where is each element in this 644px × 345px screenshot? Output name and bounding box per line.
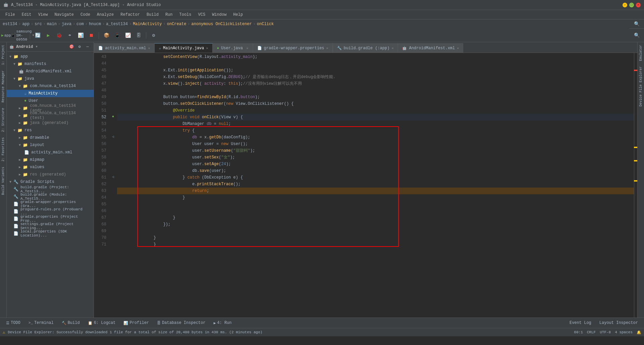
tree-item-proguard[interactable]: 📄 proguard-rules.pro (ProGuard ... bbox=[7, 208, 94, 215]
toolbar-settings-btn[interactable]: ⚙ bbox=[149, 31, 158, 40]
tree-item-package[interactable]: ▼ 📁 com.hnucm.a_test134 bbox=[7, 82, 94, 90]
menu-run[interactable]: Run bbox=[163, 11, 175, 18]
tab-close-build-gradle[interactable]: ✕ bbox=[391, 46, 393, 50]
minimize-button[interactable]: — bbox=[623, 3, 627, 7]
menu-build[interactable]: Build bbox=[144, 11, 161, 18]
tab-close-gradle-wrapper[interactable]: ✕ bbox=[326, 46, 328, 50]
toolbar-coverage-btn[interactable]: ☂ bbox=[65, 31, 74, 40]
breadcrumb-anon-listener[interactable]: anonymous OnClickListener bbox=[192, 22, 252, 26]
tree-item-java[interactable]: ▼ 📁 java bbox=[7, 75, 94, 82]
breadcrumb-oncreate[interactable]: onCreate bbox=[167, 22, 186, 26]
tab-database-inspector[interactable]: 🗄 Database Inspector bbox=[154, 319, 209, 327]
tree-item-gradle-props[interactable]: 📄 gradle.properties (Project Prop... bbox=[7, 215, 94, 222]
status-indent[interactable]: 4 spaces bbox=[615, 330, 633, 334]
resource-manager-label[interactable]: Resource Manager bbox=[1, 68, 6, 105]
breadcrumb-src[interactable]: src bbox=[35, 22, 42, 26]
tree-item-values[interactable]: ▶ 📁 values bbox=[7, 163, 94, 171]
breadcrumb-onclick[interactable]: onClick bbox=[257, 22, 274, 26]
search-icon[interactable]: 🔍 bbox=[632, 19, 641, 29]
toolbar-sdk-manager[interactable]: 📦 bbox=[102, 31, 111, 40]
status-encoding[interactable]: UTF-8 bbox=[600, 330, 611, 334]
breakpoint-55[interactable]: ◁ bbox=[112, 135, 114, 139]
menu-file[interactable]: File bbox=[3, 11, 18, 18]
breadcrumb-a_test134[interactable]: a_test134 bbox=[106, 22, 128, 26]
device-file-explorer-label[interactable]: Device File Explorer bbox=[638, 64, 643, 109]
menu-code[interactable]: Code bbox=[78, 11, 93, 18]
breadcrumb-main[interactable]: main bbox=[47, 22, 57, 26]
menu-navigate[interactable]: Navigate bbox=[52, 11, 76, 18]
tab-event-log[interactable]: Event Log bbox=[566, 319, 595, 327]
toolbar-stop-btn[interactable]: ⏹ bbox=[87, 31, 96, 40]
tree-item-layout[interactable]: ▼ 📁 layout bbox=[7, 141, 94, 149]
breadcrumb-java[interactable]: java bbox=[62, 22, 71, 26]
breakpoint-61[interactable]: ◁ bbox=[112, 175, 114, 179]
breadcrumb-mainactivity[interactable]: MainActivity bbox=[133, 22, 162, 26]
breadcrumb-hnucm[interactable]: hnucm bbox=[89, 22, 101, 26]
project-panel-label[interactable]: 1: Project bbox=[1, 42, 6, 68]
toolbar-debug-btn[interactable]: 🐞 bbox=[54, 31, 64, 40]
menu-edit[interactable]: Edit bbox=[19, 11, 34, 18]
status-line-ending[interactable]: CRLF bbox=[587, 330, 596, 334]
tab-todo[interactable]: ☰ TODO bbox=[3, 319, 24, 327]
toolbar-device[interactable]: 📱 samsung SM-G9550 ▼ bbox=[18, 31, 27, 40]
tree-item-build-gradle-mod[interactable]: 🔧 build.gradle (Module: A_Test15... bbox=[7, 193, 94, 200]
run-gutter-52[interactable]: ● bbox=[112, 115, 114, 119]
menu-refactor[interactable]: Refactor bbox=[118, 11, 143, 18]
breadcrumb-app[interactable]: app bbox=[22, 22, 30, 26]
tab-close-mainactivity[interactable]: ✕ bbox=[206, 46, 208, 50]
toolbar-search-everywhere[interactable]: 🔍 bbox=[632, 31, 641, 40]
toolbar-sync-btn[interactable]: 🔄 bbox=[33, 31, 42, 40]
menu-help[interactable]: Help bbox=[230, 11, 246, 18]
toolbar-profiler[interactable]: 📈 bbox=[123, 31, 132, 40]
tab-close-user[interactable]: ✕ bbox=[247, 46, 249, 50]
notification-bell[interactable]: 🔔 bbox=[637, 330, 641, 335]
tab-logcat[interactable]: 📋 6: Logcat bbox=[85, 319, 119, 327]
tab-gradle-wrapper[interactable]: 📄 gradle-wrapper.properties ✕ bbox=[253, 43, 333, 53]
tab-close-xml[interactable]: ✕ bbox=[148, 46, 150, 50]
tree-item-gradle-wrapper[interactable]: 📄 gradle-wrapper.properties (Gra... bbox=[7, 200, 94, 208]
tree-item-res[interactable]: ▼ 📁 res bbox=[7, 127, 94, 134]
tree-item-mainactivity[interactable]: ☕ MainActivity bbox=[7, 90, 94, 97]
toolbar-profile-btn[interactable]: 📊 bbox=[76, 31, 85, 40]
tab-build-gradle[interactable]: 🔧 build.gradle (:app) ✕ bbox=[333, 43, 398, 53]
tree-item-settings-gradle[interactable]: 📄 settings.gradle (Project Setting... bbox=[7, 222, 94, 230]
build-variants-label[interactable]: Build Variants bbox=[1, 164, 6, 198]
tab-run[interactable]: ▶ 4: Run bbox=[210, 319, 235, 327]
menu-window[interactable]: Window bbox=[209, 11, 229, 18]
tree-item-androidmanifest[interactable]: 🤖 AndroidManifest.xml bbox=[7, 68, 94, 75]
tab-build[interactable]: 🔨 Build bbox=[58, 319, 83, 327]
tab-user-java[interactable]: ● User.java ✕ bbox=[213, 43, 253, 53]
tree-item-local-props[interactable]: 📄 local.properties (SDK Location)... bbox=[7, 230, 94, 237]
tree-item-manifests[interactable]: ▼ 📁 manifests bbox=[7, 60, 94, 68]
tab-terminal[interactable]: >_ Terminal bbox=[25, 319, 57, 327]
tree-item-app[interactable]: ▼ 📁 app bbox=[7, 53, 94, 60]
structure-label[interactable]: 2: Structure bbox=[1, 105, 6, 135]
code-area[interactable]: setContentView(R.layout.activity_main); … bbox=[117, 53, 637, 318]
emulator-label[interactable]: Emulator bbox=[638, 42, 643, 64]
menu-view[interactable]: View bbox=[36, 11, 51, 18]
tab-mainactivity-java[interactable]: ☕ MainActivity.java ✕ bbox=[154, 43, 212, 53]
breadcrumb-est134[interactable]: est134 bbox=[3, 22, 17, 26]
panel-collapse-btn[interactable]: — bbox=[84, 44, 91, 50]
status-position[interactable]: 60:1 bbox=[574, 330, 583, 334]
tree-item-res-gen[interactable]: ▶ 📁 res (generated) bbox=[7, 171, 94, 178]
tree-item-build-gradle-proj[interactable]: 🔧 build.gradle (Project: A_Test13... bbox=[7, 186, 94, 193]
tab-profiler[interactable]: 📊 Profiler bbox=[120, 319, 152, 327]
toolbar-db-inspector[interactable]: 🗄 bbox=[134, 31, 143, 40]
tab-layout-inspector[interactable]: Layout Inspector bbox=[596, 319, 641, 327]
tree-item-activity-main-xml[interactable]: 📄 activity_main.xml bbox=[7, 149, 94, 156]
close-button[interactable]: ✕ bbox=[636, 3, 641, 7]
panel-locate-btn[interactable]: 🎯 bbox=[68, 44, 75, 50]
tree-item-java-gen[interactable]: ▶ 📁 java (generated) bbox=[7, 119, 94, 127]
menu-analyze[interactable]: Analyze bbox=[94, 11, 116, 18]
tree-item-mipmap[interactable]: ▶ 📁 mipmap bbox=[7, 156, 94, 163]
tree-item-gradle-scripts[interactable]: ▼ 🔧 Gradle Scripts bbox=[7, 178, 94, 186]
favorites-label[interactable]: 2: Favorites bbox=[1, 135, 6, 164]
breadcrumb-com[interactable]: com bbox=[76, 22, 84, 26]
tab-androidmanifest[interactable]: 🤖 AndroidManifest.xml ✕ bbox=[398, 43, 463, 53]
tree-item-package-test[interactable]: ▶ 📁 com.hnucm.a_test134 (test) bbox=[7, 112, 94, 119]
toolbar-avd-manager[interactable]: 📱 bbox=[112, 31, 122, 40]
panel-settings-btn[interactable]: ⚙ bbox=[76, 44, 83, 50]
menu-vcs[interactable]: VCS bbox=[196, 11, 208, 18]
tree-item-drawable[interactable]: ▶ 📁 drawable bbox=[7, 134, 94, 141]
